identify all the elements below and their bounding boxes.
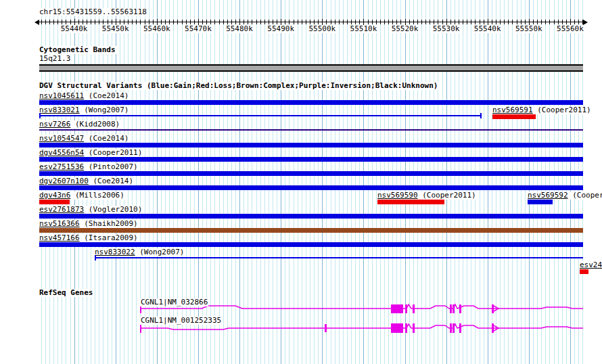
gene-exon-tick: [405, 304, 407, 313]
gene-exon-tick: [459, 304, 461, 313]
refseq-gene-models: [0, 0, 602, 364]
gene-exon-tick: [492, 323, 494, 333]
gene-exon-tick: [413, 323, 415, 333]
gene-exon-tick: [450, 304, 452, 313]
gene-exon-tick: [325, 324, 327, 332]
genome-browser: chr15:55431559..55563118 55440k55450k554…: [0, 0, 602, 364]
gene-exon-tick: [405, 323, 407, 333]
gene-label[interactable]: CGNL1|NM_001252335: [140, 317, 222, 325]
gene-exon-box: [391, 323, 403, 333]
gene-model[interactable]: [140, 323, 583, 333]
gene-exon-tick: [413, 304, 415, 313]
gene-start-cap: [140, 324, 141, 333]
gene-exon-tick: [453, 304, 455, 313]
gene-exon-box: [391, 304, 403, 313]
gene-label[interactable]: CGNL1|NM_032866: [140, 298, 208, 306]
gene-exon-tick: [450, 323, 452, 333]
gene-exon-tick: [459, 323, 461, 333]
gene-exon-tick: [453, 323, 455, 333]
gene-intron-line: [141, 324, 583, 329]
gene-exon-tick: [492, 304, 494, 313]
